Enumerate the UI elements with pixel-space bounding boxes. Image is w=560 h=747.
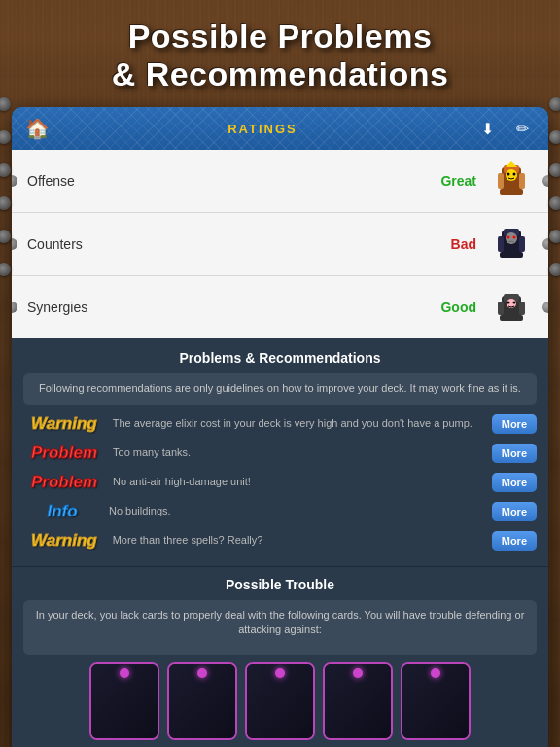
- problems-section: Problems & Recommendations Following rec…: [12, 338, 548, 565]
- offense-label: Offense: [27, 173, 440, 189]
- title-line2: & Recommendations: [112, 55, 449, 92]
- svg-rect-15: [500, 252, 508, 258]
- more-button-2[interactable]: More: [492, 473, 537, 492]
- title-line1: Possible Problems: [128, 18, 433, 54]
- svg-rect-16: [515, 252, 523, 258]
- card-slot-4[interactable]: [323, 662, 393, 740]
- header-actions: ⬇ ✏: [474, 115, 537, 142]
- problems-info-text: Following recommendations are only guide…: [35, 381, 525, 396]
- screw-right: [542, 238, 548, 250]
- svg-rect-14: [519, 236, 525, 252]
- card-dot-3: [275, 668, 285, 678]
- card-dot-2: [197, 668, 207, 678]
- trouble-section: Possible Trouble In your deck, you lack …: [12, 566, 548, 747]
- synergies-character: [490, 286, 533, 329]
- left-side-decoration: [0, 97, 8, 276]
- problem-row-3: Info No buildings. More: [23, 500, 537, 523]
- card-dot-4: [353, 668, 363, 678]
- problem-desc-3: No buildings.: [109, 504, 486, 517]
- right-side-decoration: [552, 97, 560, 276]
- header-title: RATINGS: [228, 122, 298, 136]
- trouble-info-box: In your deck, you lack cards to properly…: [23, 600, 537, 656]
- more-button-0[interactable]: More: [492, 414, 537, 434]
- rating-row-synergies: Synergies Good: [12, 276, 548, 338]
- badge-problem-2: Problem: [23, 471, 105, 494]
- card-slot-2[interactable]: [167, 662, 237, 740]
- problem-desc-2: No anti-air high-damage unit!: [113, 475, 486, 488]
- trouble-title: Possible Trouble: [23, 577, 537, 592]
- offense-character: [490, 160, 533, 202]
- page-title-area: Possible Problems & Recommendations: [0, 0, 560, 107]
- counters-value: Bad: [451, 236, 476, 252]
- svg-rect-22: [498, 302, 504, 315]
- svg-point-12: [506, 232, 517, 244]
- svg-rect-5: [500, 189, 508, 195]
- card-slot-3[interactable]: [245, 662, 315, 740]
- ratings-section: Offense Great: [12, 150, 548, 338]
- svg-rect-24: [500, 315, 508, 321]
- synergies-value: Good: [440, 300, 476, 315]
- svg-point-7: [508, 173, 510, 176]
- more-button-3[interactable]: More: [492, 502, 537, 521]
- badge-warning-0: Warning: [23, 412, 105, 436]
- screw-left: [12, 302, 18, 313]
- problems-info-box: Following recommendations are only guide…: [23, 374, 537, 404]
- badge-problem-1: Problem: [23, 442, 105, 465]
- problem-desc-0: The average elixir cost in your deck is …: [113, 416, 486, 430]
- svg-point-27: [513, 302, 516, 304]
- screw-dot: [549, 263, 560, 276]
- svg-marker-9: [506, 161, 517, 167]
- card-slot-5[interactable]: [401, 662, 471, 740]
- screw-dot: [549, 163, 560, 177]
- rating-row-counters: Counters Bad: [12, 213, 548, 276]
- header-bar: 🏠 RATINGS ⬇ ✏: [12, 107, 548, 150]
- main-panel: 🏠 RATINGS ⬇ ✏ Offense Great: [12, 107, 548, 747]
- screw-dot: [549, 196, 560, 210]
- counters-label: Counters: [27, 236, 451, 252]
- problem-row-2: Problem No anti-air high-damage unit! Mo…: [23, 471, 537, 494]
- card-dot-1: [120, 668, 129, 678]
- counters-character: [490, 223, 533, 266]
- more-button-4[interactable]: More: [492, 531, 537, 551]
- svg-point-26: [508, 302, 510, 304]
- synergies-label: Synergies: [27, 300, 440, 315]
- card-slots: [23, 662, 537, 744]
- offense-value: Great: [440, 173, 476, 189]
- svg-rect-13: [498, 236, 504, 252]
- problem-desc-4: More than three spells? Really?: [113, 533, 486, 547]
- home-icon[interactable]: 🏠: [23, 115, 51, 142]
- rating-row-offense: Offense Great: [12, 150, 548, 213]
- trouble-desc: In your deck, you lack cards to properly…: [35, 608, 525, 638]
- svg-point-8: [513, 173, 516, 176]
- screw-left: [12, 238, 18, 250]
- screw-right: [542, 175, 548, 187]
- card-dot-5: [431, 668, 440, 678]
- problem-row-4: Warning More than three spells? Really? …: [23, 529, 537, 552]
- page-title: Possible Problems & Recommendations: [19, 18, 541, 93]
- svg-rect-25: [515, 315, 523, 321]
- problem-row-1: Problem Too many tanks. More: [23, 442, 537, 465]
- svg-rect-3: [498, 173, 504, 189]
- badge-info-3: Info: [23, 500, 101, 523]
- badge-warning-4: Warning: [23, 529, 105, 552]
- svg-rect-23: [519, 302, 525, 315]
- edit-icon[interactable]: ✏: [509, 115, 537, 142]
- problem-row-0: Warning The average elixir cost in your …: [23, 412, 537, 436]
- svg-point-18: [513, 236, 516, 239]
- screw-dot: [549, 97, 560, 111]
- card-slot-1[interactable]: [89, 662, 159, 740]
- more-button-1[interactable]: More: [492, 444, 537, 463]
- svg-rect-4: [519, 173, 525, 189]
- screw-left: [12, 175, 18, 187]
- problem-desc-1: Too many tanks.: [113, 445, 486, 459]
- screw-right: [542, 302, 548, 313]
- download-icon[interactable]: ⬇: [474, 115, 502, 142]
- problems-title: Problems & Recommendations: [23, 350, 537, 366]
- screw-dot: [549, 230, 560, 243]
- svg-rect-6: [515, 189, 523, 195]
- svg-point-17: [508, 236, 510, 239]
- screw-dot: [549, 130, 560, 144]
